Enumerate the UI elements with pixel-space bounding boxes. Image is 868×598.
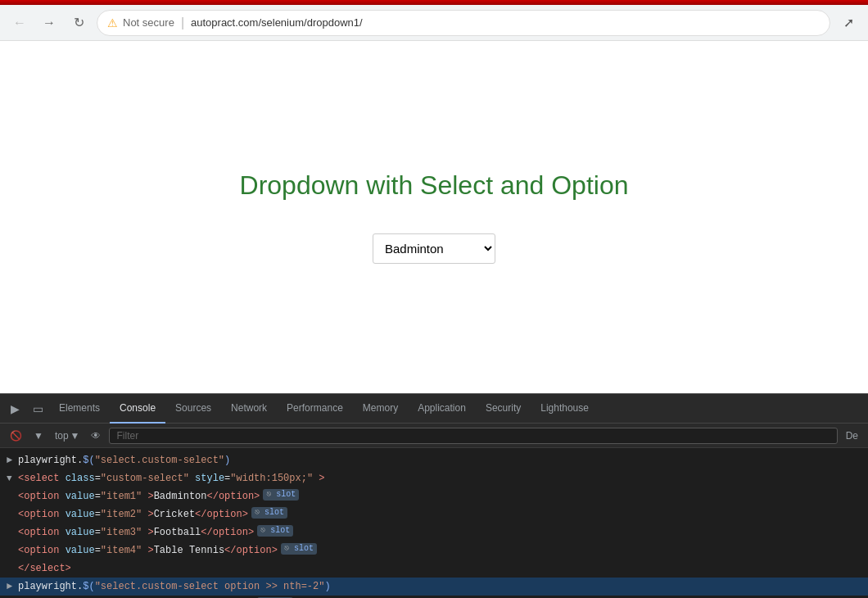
inspect-element-icon[interactable]: ▶ (5, 399, 25, 419)
tab-sources[interactable]: Sources (165, 394, 221, 424)
slot-badge-4: ⎋ slot (281, 543, 317, 555)
slot-badge-1: ⎋ slot (263, 489, 299, 501)
console-line-4: <option value="item2" >Cricket</option> … (0, 505, 868, 523)
clear-console-button[interactable]: 🚫 (7, 428, 25, 443)
console-line-8: ► playwright.$("select.custom-select opt… (0, 578, 868, 596)
console-output: ► playwright.$("select.custom-select") ▼… (0, 448, 868, 598)
sport-dropdown[interactable]: Badminton Cricket Football Table Tennis (373, 233, 495, 264)
console-node-4: <option value="item2" >Cricket</option> (18, 507, 248, 522)
console-line-6: <option value="item4" >Table Tennis</opt… (0, 541, 868, 559)
prompt-icon-2: ► (7, 579, 18, 594)
console-node-2: <select class="custom-select" style="wid… (18, 471, 325, 486)
slot-badge-2: ⎋ slot (251, 507, 287, 519)
address-bar[interactable]: ⚠ Not secure | autopract.com/selenium/dr… (97, 10, 830, 36)
prompt-icon-1: ► (7, 453, 18, 468)
device-toolbar-icon[interactable]: ▭ (28, 399, 47, 419)
tab-network[interactable]: Network (221, 394, 277, 424)
console-line-7: </select> (0, 559, 868, 578)
page-title: Dropdown with Select and Option (240, 170, 629, 201)
console-toolbar: 🚫 ▼ top ▼ 👁 De (0, 424, 868, 448)
console-code-2: playwright.$("select.custom-select optio… (18, 579, 331, 594)
devtools-panel-toggle[interactable]: De (843, 430, 861, 442)
console-node-5: <option value="item3" >Football</option> (18, 525, 254, 540)
devtools-tab-bar: ▶ ▭ Elements Console Sources Network Per… (0, 394, 868, 424)
tab-performance[interactable]: Performance (277, 394, 353, 424)
console-line-3: <option value="item1" >Badminton</option… (0, 487, 868, 505)
tab-console[interactable]: Console (110, 394, 165, 424)
tab-application[interactable]: Application (408, 394, 476, 424)
tab-security[interactable]: Security (476, 394, 531, 424)
address-separator: | (181, 16, 184, 30)
console-node-3: <option value="item1" >Badminton</option… (18, 489, 260, 504)
console-line-1: ► playwright.$("select.custom-select") (0, 451, 868, 469)
browser-toolbar: ← → ↻ ⚠ Not secure | autopract.com/selen… (0, 5, 868, 41)
context-selector[interactable]: top ▼ (52, 428, 84, 443)
devtools-panel: ▶ ▭ Elements Console Sources Network Per… (0, 393, 868, 598)
back-button[interactable]: ← (8, 11, 31, 34)
context-label: top (55, 430, 69, 442)
console-code-1: playwright.$("select.custom-select") (18, 453, 230, 468)
share-button[interactable]: ➚ (837, 11, 860, 34)
console-eye-button[interactable]: 👁 (88, 428, 104, 443)
page-content-area: Dropdown with Select and Option Badminto… (0, 41, 868, 393)
console-node-6: <option value="item4" >Table Tennis</opt… (18, 543, 278, 558)
not-secure-label: Not secure (123, 16, 174, 29)
tab-elements[interactable]: Elements (49, 394, 110, 424)
tab-memory[interactable]: Memory (353, 394, 408, 424)
console-line-2: ▼ <select class="custom-select" style="w… (0, 469, 868, 487)
console-filter-input[interactable] (109, 428, 837, 444)
slot-badge-3: ⎋ slot (257, 525, 293, 537)
forward-button[interactable]: → (38, 11, 61, 34)
toggle-filter-button[interactable]: ▼ (30, 428, 47, 443)
context-chevron-icon: ▼ (70, 430, 80, 442)
collapse-arrow-1[interactable]: ▼ (7, 471, 18, 486)
security-warning-icon: ⚠ (107, 16, 118, 29)
reload-button[interactable]: ↻ (67, 11, 90, 34)
url-display: autopract.com/selenium/dropdown1/ (191, 16, 363, 29)
tab-lighthouse[interactable]: Lighthouse (531, 394, 599, 424)
console-line-5: <option value="item3" >Football</option>… (0, 523, 868, 541)
console-node-7: </select> (18, 561, 71, 576)
